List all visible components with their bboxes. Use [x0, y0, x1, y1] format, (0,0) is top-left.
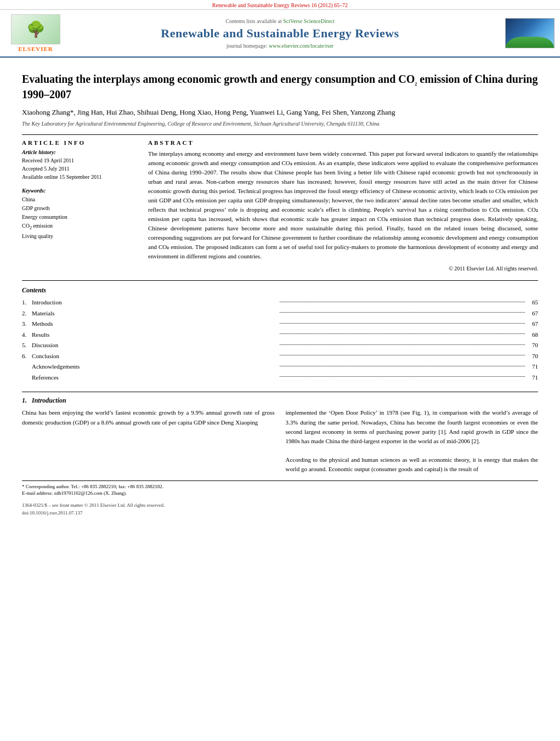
keywords-section: Keywords: China GDP growth Energy consum…	[22, 188, 137, 240]
keyword-energy: Energy consumption	[22, 213, 137, 221]
tree-icon: 🌳	[26, 20, 46, 38]
elsevier-logo-image: 🌳	[11, 14, 60, 44]
authors-line: Xiaohong Zhang*, Jing Han, Hui Zhao, Shi…	[22, 107, 538, 118]
header-divider	[22, 134, 538, 135]
article-info-column: ARTICLE INFO Article history: Received 1…	[22, 139, 137, 272]
abstract-column: ABSTRACT The interplays among economy an…	[148, 139, 538, 272]
bottom-ids: 1364-0321/$ – see front matter © 2011 El…	[22, 501, 538, 517]
contents-section: Contents 1. Introduction 65 2. Materials…	[22, 280, 538, 382]
available-online-date: Available online 15 September 2011	[22, 173, 137, 181]
journal-header-center: Contents lists available at SciVerse Sci…	[66, 18, 494, 49]
journal-title: Renewable and Sustainable Energy Reviews	[66, 26, 494, 41]
elsevier-brand-text: ELSEVIER	[18, 46, 53, 52]
contents-item-3: 3. Methods 67	[22, 319, 538, 329]
sciverse-line: Contents lists available at SciVerse Sci…	[66, 18, 494, 24]
accepted-date: Accepted 5 July 2011	[22, 165, 137, 173]
copyright-line: © 2011 Elsevier Ltd. All rights reserved…	[148, 265, 538, 271]
contents-item-2: 2. Materials 67	[22, 309, 538, 318]
keyword-gdp: GDP growth	[22, 204, 137, 212]
contents-item-4: 4. Results 68	[22, 330, 538, 340]
doi-line: doi:10.1016/j.rser.2011.07.137	[22, 509, 538, 517]
info-abstract-section: ARTICLE INFO Article history: Received 1…	[22, 139, 538, 272]
keywords-label: Keywords:	[22, 188, 137, 194]
intro-section-title: 1. Introduction	[22, 397, 538, 405]
journal-top-bar: Renewable and Sustainable Energy Reviews…	[0, 0, 560, 10]
footnote-corresponding: * Corresponding author. Tel.: +86 835 28…	[22, 483, 538, 490]
contents-title: Contents	[22, 286, 538, 295]
contents-item-6: 6. Conclusion 70	[22, 352, 538, 361]
homepage-line: journal homepage: www.elsevier.com/locat…	[66, 43, 494, 49]
article-history-label: Article history:	[22, 149, 137, 155]
intro-col1: China has been enjoying the world’s fast…	[22, 408, 275, 473]
journal-citation: Renewable and Sustainable Energy Reviews…	[212, 2, 348, 8]
contents-item-5: 5. Discussion 70	[22, 341, 538, 350]
contents-references: References 71	[22, 373, 538, 382]
abstract-text: The interplays among economy and energy …	[148, 149, 538, 262]
keyword-living: Living quality	[22, 232, 137, 240]
journal-header: 🌳 ELSEVIER Contents lists available at S…	[0, 10, 560, 58]
intro-col2: implemented the ‘Open Door Policy’ in 19…	[286, 408, 539, 473]
journal-cover-image	[505, 18, 555, 48]
received-date: Received 19 April 2011	[22, 157, 137, 165]
footnote-email: E-mail address: zdh19701102@126.com (X. …	[22, 490, 538, 497]
keyword-co2: CO2 emission	[22, 222, 137, 231]
article-title: Evaluating the interplays among economic…	[22, 72, 538, 101]
main-content: Evaluating the interplays among economic…	[0, 58, 560, 528]
journal-logo-right	[494, 18, 555, 48]
contents-item-1: 1. Introduction 65	[22, 298, 538, 307]
intro-body: China has been enjoying the world’s fast…	[22, 408, 538, 473]
author-affiliation: The Key Laboratory for Agricultural Envi…	[22, 120, 538, 128]
keyword-china: China	[22, 195, 137, 203]
issn-line: 1364-0321/$ – see front matter © 2011 El…	[22, 501, 538, 509]
footnote-area: * Corresponding author. Tel.: +86 835 28…	[22, 480, 538, 497]
elsevier-logo-area: 🌳 ELSEVIER	[5, 14, 66, 52]
introduction-section: 1. Introduction China has been enjoying …	[22, 392, 538, 473]
homepage-link[interactable]: www.elsevier.com/locate/rser	[269, 43, 333, 49]
contents-acknowledgements: Acknowledgements 71	[22, 362, 538, 371]
sciverse-link[interactable]: SciVerse ScienceDirect	[283, 18, 335, 24]
article-info-header: ARTICLE INFO	[22, 139, 137, 146]
abstract-header: ABSTRACT	[148, 139, 538, 146]
